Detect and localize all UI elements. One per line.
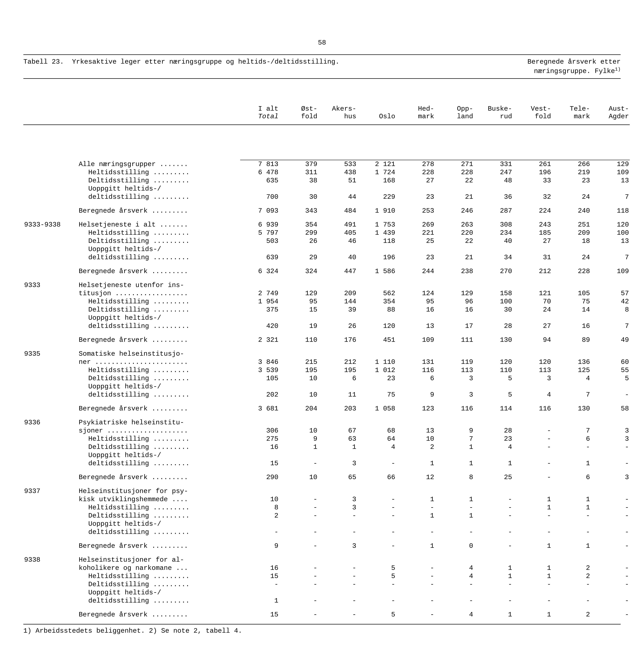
cell-value: 1 <box>435 512 474 520</box>
row-label: Uoppgitt heltids-/ <box>78 314 240 322</box>
cell-value: 68 <box>357 427 396 435</box>
table-row: Uoppgitt heltids-/ <box>24 245 630 253</box>
cell-value: - <box>513 427 552 435</box>
cell-value: 1 <box>318 443 357 451</box>
table-row: Deltidsstilling .........10510623635345 <box>24 374 630 383</box>
row-code <box>24 253 78 262</box>
cell-value: 51 <box>318 177 357 185</box>
cell-value: 2 <box>552 564 591 572</box>
cell-value: 1 910 <box>357 207 396 215</box>
cell-value <box>318 556 357 564</box>
col-opp-b: land <box>457 113 473 120</box>
cell-value: 33 <box>513 177 552 185</box>
row-code <box>24 495 78 504</box>
col-aust-a: Aust- <box>609 105 629 113</box>
cell-value <box>435 281 474 289</box>
cell-value <box>240 589 279 597</box>
cell-value: 405 <box>318 229 357 237</box>
cell-value: 114 <box>474 404 513 413</box>
cell-value: 13 <box>591 177 630 185</box>
row-label: Heltidsstilling ......... <box>78 504 240 512</box>
cell-value <box>396 383 435 391</box>
cell-value: 131 <box>396 358 435 366</box>
cell-value: 10 <box>396 435 435 443</box>
cell-value: - <box>318 512 357 520</box>
cell-value <box>513 451 552 459</box>
cell-value <box>552 589 591 597</box>
cell-value: 204 <box>279 404 318 413</box>
row-code <box>24 391 78 399</box>
cell-value <box>240 419 279 427</box>
cell-value: 121 <box>513 289 552 298</box>
cell-value: - <box>279 504 318 512</box>
row-code <box>24 336 78 344</box>
cell-value: 95 <box>279 298 318 306</box>
cell-value <box>240 556 279 564</box>
row-label: ner ....................... <box>78 358 240 366</box>
cell-value: 3 846 <box>240 358 279 366</box>
table-row: Beregnede årsverk .........9-3-10-11- <box>24 542 630 550</box>
cell-value: 1 <box>396 459 435 468</box>
cell-value: 23 <box>474 435 513 443</box>
table-row: Beregnede årsverk .........2 32111017645… <box>24 336 630 344</box>
row-label: Beregnede årsverk ......... <box>78 473 240 481</box>
cell-value <box>396 451 435 459</box>
cell-value <box>318 383 357 391</box>
cell-value: - <box>552 512 591 520</box>
cell-value: - <box>513 459 552 468</box>
row-label: Beregnede årsverk ......... <box>78 207 240 215</box>
cell-value: 25 <box>396 237 435 245</box>
cell-value: 331 <box>474 160 513 168</box>
col-opp-a: Opp- <box>457 105 473 113</box>
cell-value: - <box>513 580 552 589</box>
cell-value <box>318 185 357 193</box>
row-label: Deltidsstilling ......... <box>78 374 240 383</box>
cell-value: 116 <box>513 404 552 413</box>
col-akers-b: hus <box>344 113 356 120</box>
cell-value: 10 <box>279 473 318 481</box>
cell-value <box>435 556 474 564</box>
cell-value: 1 110 <box>357 358 396 366</box>
cell-value: 8 <box>240 504 279 512</box>
cell-value <box>591 487 630 495</box>
cell-value <box>396 520 435 528</box>
cell-value: 23 <box>396 193 435 201</box>
cell-value: 5 797 <box>240 229 279 237</box>
row-code: 9335 <box>24 350 78 358</box>
cell-value: 10 <box>279 391 318 399</box>
table-row: 9337Helseinstitusjoner for psy- <box>24 487 630 495</box>
cell-value: 1 <box>552 495 591 504</box>
cell-value: 6 <box>318 374 357 383</box>
cell-value: 111 <box>435 336 474 344</box>
cell-value: - <box>552 528 591 536</box>
cell-value: 5 <box>591 374 630 383</box>
row-code <box>24 207 78 215</box>
cell-value <box>357 589 396 597</box>
cell-value: 113 <box>435 366 474 374</box>
cell-value: - <box>513 435 552 443</box>
cell-value: 109 <box>396 336 435 344</box>
cell-value: 1 439 <box>357 229 396 237</box>
cell-value: - <box>240 528 279 536</box>
cell-value: - <box>474 597 513 605</box>
row-label: Beregnede årsverk ......... <box>78 336 240 344</box>
cell-value: 639 <box>240 253 279 262</box>
cell-value <box>318 487 357 495</box>
cell-value: 1 <box>552 459 591 468</box>
cell-value: 238 <box>435 267 474 275</box>
cell-value: 228 <box>396 168 435 177</box>
row-label: kisk utviklingshemmede .... <box>78 495 240 504</box>
col-tele-a: Tele- <box>570 105 590 113</box>
table-row: Uoppgitt heltids-/ <box>24 451 630 459</box>
cell-value <box>318 419 357 427</box>
cell-value: 9 <box>240 542 279 550</box>
cell-value: - <box>357 597 396 605</box>
cell-value <box>279 350 318 358</box>
cell-value <box>552 281 591 289</box>
cell-value: 38 <box>279 177 318 185</box>
cell-value: 16 <box>396 306 435 314</box>
cell-value: 6 478 <box>240 168 279 177</box>
cell-value: - <box>552 580 591 589</box>
page-number: 58 <box>24 39 620 47</box>
cell-value: 7 <box>435 435 474 443</box>
